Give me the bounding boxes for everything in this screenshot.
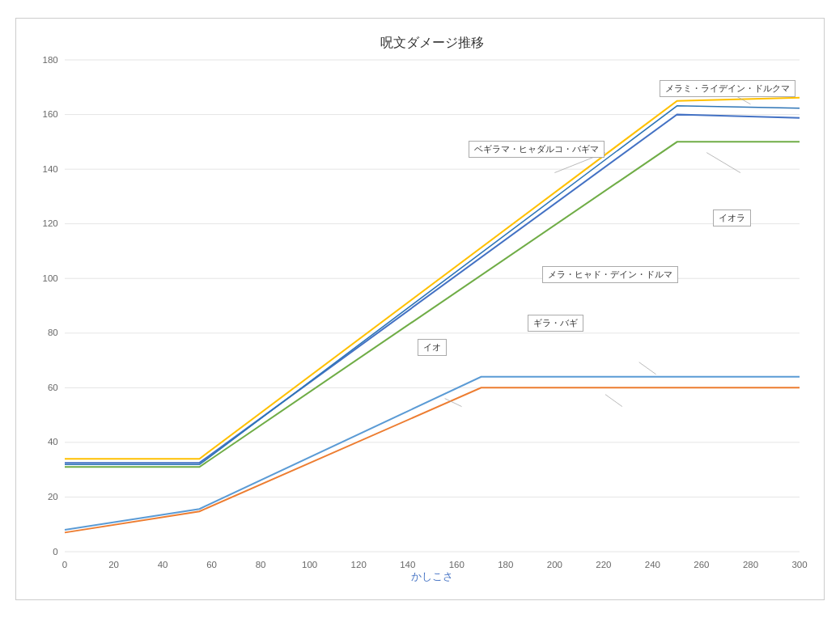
svg-text:20: 20 [108, 560, 119, 569]
chart-svg: 0 20 40 60 80 100 120 140 160 180 0 20 4… [65, 60, 800, 552]
svg-text:0: 0 [53, 547, 57, 557]
svg-text:280: 280 [743, 560, 758, 569]
svg-text:140: 140 [400, 560, 415, 569]
svg-text:120: 120 [43, 219, 58, 229]
svg-text:300: 300 [791, 560, 807, 569]
svg-text:260: 260 [694, 560, 709, 569]
line-orange [65, 387, 800, 532]
annotation-io: イオ [418, 339, 447, 356]
line-green [65, 142, 800, 467]
svg-line-41 [605, 395, 622, 407]
chart-title: 呪文ダメージ推移 [65, 35, 800, 52]
svg-text:160: 160 [449, 560, 465, 569]
annotation-iora: イオラ [713, 210, 751, 226]
svg-text:80: 80 [48, 328, 58, 337]
annotation-begirema: ベギラマ・ヒャダルコ・バギマ [469, 141, 605, 158]
svg-text:240: 240 [645, 560, 660, 569]
svg-text:180: 180 [43, 55, 58, 65]
svg-text:100: 100 [43, 273, 58, 283]
chart-container: 呪文ダメージ推移 0 20 40 60 80 100 12 [15, 18, 825, 600]
svg-text:20: 20 [48, 492, 58, 502]
svg-text:60: 60 [206, 560, 217, 569]
svg-text:40: 40 [158, 560, 168, 569]
svg-line-38 [706, 153, 740, 173]
annotation-merami: メラミ・ライデイン・ドルクマ [660, 80, 795, 97]
svg-text:40: 40 [48, 438, 58, 447]
svg-text:140: 140 [43, 164, 58, 174]
svg-text:0: 0 [62, 560, 67, 569]
svg-text:220: 220 [596, 560, 611, 569]
svg-text:100: 100 [302, 560, 317, 569]
svg-text:120: 120 [351, 560, 367, 569]
line-dark-blue [65, 115, 800, 464]
svg-text:180: 180 [498, 560, 513, 569]
svg-text:80: 80 [256, 560, 266, 569]
svg-text:200: 200 [547, 560, 562, 569]
line-light-blue [65, 377, 800, 530]
x-axis-label: かしこさ [65, 569, 800, 584]
annotation-gira: ギラ・バギ [528, 315, 583, 332]
chart-area: 0 20 40 60 80 100 120 140 160 180 0 20 4… [65, 60, 800, 552]
svg-text:60: 60 [48, 383, 58, 392]
svg-text:160: 160 [43, 109, 58, 119]
annotation-mera: メラ・ヒャド・デイン・ドルマ [542, 266, 678, 283]
svg-line-39 [639, 362, 656, 375]
